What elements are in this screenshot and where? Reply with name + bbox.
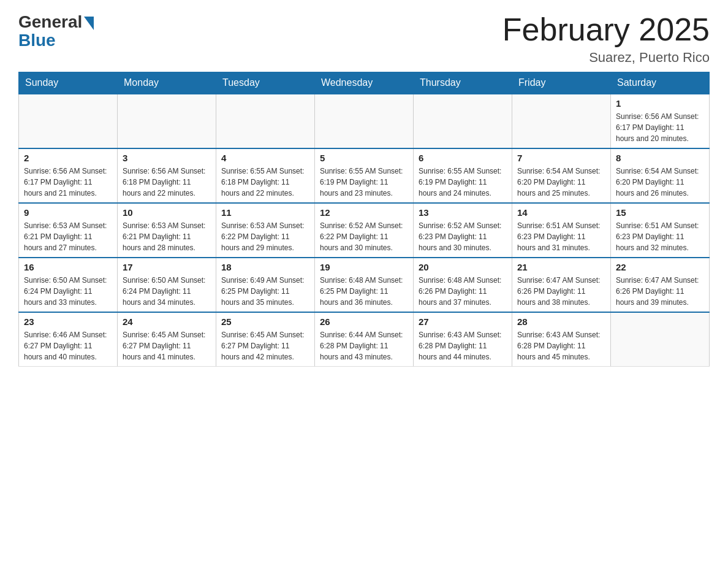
day-info: Sunrise: 6:49 AM Sunset: 6:25 PM Dayligh… [221,275,309,308]
calendar-week-row: 2Sunrise: 6:56 AM Sunset: 6:17 PM Daylig… [19,148,710,203]
day-info: Sunrise: 6:55 AM Sunset: 6:19 PM Dayligh… [320,166,408,199]
col-monday: Monday [118,72,216,94]
table-row: 22Sunrise: 6:47 AM Sunset: 6:26 PM Dayli… [611,258,710,312]
day-number: 17 [123,262,211,272]
day-number: 1 [616,98,704,109]
day-info: Sunrise: 6:46 AM Sunset: 6:27 PM Dayligh… [24,329,112,362]
col-saturday: Saturday [611,72,710,94]
table-row: 9Sunrise: 6:53 AM Sunset: 6:21 PM Daylig… [19,203,118,258]
table-row: 17Sunrise: 6:50 AM Sunset: 6:24 PM Dayli… [118,258,216,312]
logo-arrow-icon [84,17,94,30]
day-number: 5 [320,153,408,163]
table-row: 16Sunrise: 6:50 AM Sunset: 6:24 PM Dayli… [19,258,118,312]
day-number: 4 [221,153,309,163]
calendar-week-row: 23Sunrise: 6:46 AM Sunset: 6:27 PM Dayli… [19,312,710,367]
day-number: 28 [517,316,605,327]
day-number: 23 [24,316,112,327]
table-row: 3Sunrise: 6:56 AM Sunset: 6:18 PM Daylig… [118,148,216,203]
day-info: Sunrise: 6:45 AM Sunset: 6:27 PM Dayligh… [123,329,211,362]
table-row: 23Sunrise: 6:46 AM Sunset: 6:27 PM Dayli… [19,312,118,367]
table-row [611,312,710,367]
table-row: 15Sunrise: 6:51 AM Sunset: 6:23 PM Dayli… [611,203,710,258]
day-number: 13 [419,207,507,218]
day-number: 26 [320,316,408,327]
day-info: Sunrise: 6:47 AM Sunset: 6:26 PM Dayligh… [517,275,605,308]
col-sunday: Sunday [19,72,118,94]
day-info: Sunrise: 6:50 AM Sunset: 6:24 PM Dayligh… [123,275,211,308]
table-row: 27Sunrise: 6:43 AM Sunset: 6:28 PM Dayli… [414,312,512,367]
table-row: 28Sunrise: 6:43 AM Sunset: 6:28 PM Dayli… [512,312,611,367]
table-row [315,94,414,148]
day-number: 16 [24,262,112,272]
table-row [118,94,216,148]
table-row: 25Sunrise: 6:45 AM Sunset: 6:27 PM Dayli… [216,312,315,367]
logo-blue-text: Blue [18,31,56,50]
table-row: 4Sunrise: 6:55 AM Sunset: 6:18 PM Daylig… [216,148,315,203]
day-number: 3 [123,153,211,163]
day-info: Sunrise: 6:52 AM Sunset: 6:22 PM Dayligh… [320,220,408,253]
table-row: 7Sunrise: 6:54 AM Sunset: 6:20 PM Daylig… [512,148,611,203]
day-number: 6 [419,153,507,163]
table-row: 14Sunrise: 6:51 AM Sunset: 6:23 PM Dayli… [512,203,611,258]
day-number: 19 [320,262,408,272]
table-row: 11Sunrise: 6:53 AM Sunset: 6:22 PM Dayli… [216,203,315,258]
day-number: 14 [517,207,605,218]
col-tuesday: Tuesday [216,72,315,94]
day-info: Sunrise: 6:45 AM Sunset: 6:27 PM Dayligh… [221,329,309,362]
page-header: General Blue February 2025 Suarez, Puert… [18,12,710,66]
table-row: 18Sunrise: 6:49 AM Sunset: 6:25 PM Dayli… [216,258,315,312]
day-number: 21 [517,262,605,272]
day-info: Sunrise: 6:43 AM Sunset: 6:28 PM Dayligh… [517,329,605,362]
table-row: 1Sunrise: 6:56 AM Sunset: 6:17 PM Daylig… [611,94,710,148]
col-wednesday: Wednesday [315,72,414,94]
table-row: 12Sunrise: 6:52 AM Sunset: 6:22 PM Dayli… [315,203,414,258]
day-number: 2 [24,153,112,163]
calendar-table: Sunday Monday Tuesday Wednesday Thursday… [18,72,710,367]
day-number: 9 [24,207,112,218]
day-info: Sunrise: 6:53 AM Sunset: 6:21 PM Dayligh… [24,220,112,253]
logo: General Blue [18,12,94,50]
table-row: 10Sunrise: 6:53 AM Sunset: 6:21 PM Dayli… [118,203,216,258]
calendar-week-row: 1Sunrise: 6:56 AM Sunset: 6:17 PM Daylig… [19,94,710,148]
day-number: 24 [123,316,211,327]
table-row: 24Sunrise: 6:45 AM Sunset: 6:27 PM Dayli… [118,312,216,367]
table-row [216,94,315,148]
day-info: Sunrise: 6:43 AM Sunset: 6:28 PM Dayligh… [419,329,507,362]
col-friday: Friday [512,72,611,94]
day-info: Sunrise: 6:47 AM Sunset: 6:26 PM Dayligh… [616,275,704,308]
table-row: 5Sunrise: 6:55 AM Sunset: 6:19 PM Daylig… [315,148,414,203]
day-number: 22 [616,262,704,272]
day-info: Sunrise: 6:50 AM Sunset: 6:24 PM Dayligh… [24,275,112,308]
day-number: 18 [221,262,309,272]
location-subtitle: Suarez, Puerto Rico [502,50,710,66]
day-info: Sunrise: 6:53 AM Sunset: 6:22 PM Dayligh… [221,220,309,253]
day-info: Sunrise: 6:55 AM Sunset: 6:18 PM Dayligh… [221,166,309,199]
table-row: 2Sunrise: 6:56 AM Sunset: 6:17 PM Daylig… [19,148,118,203]
day-number: 20 [419,262,507,272]
table-row: 26Sunrise: 6:44 AM Sunset: 6:28 PM Dayli… [315,312,414,367]
table-row [19,94,118,148]
day-number: 8 [616,153,704,163]
calendar-week-row: 16Sunrise: 6:50 AM Sunset: 6:24 PM Dayli… [19,258,710,312]
table-row [414,94,512,148]
day-info: Sunrise: 6:55 AM Sunset: 6:19 PM Dayligh… [419,166,507,199]
table-row: 21Sunrise: 6:47 AM Sunset: 6:26 PM Dayli… [512,258,611,312]
table-row: 8Sunrise: 6:54 AM Sunset: 6:20 PM Daylig… [611,148,710,203]
day-info: Sunrise: 6:56 AM Sunset: 6:17 PM Dayligh… [24,166,112,199]
day-info: Sunrise: 6:44 AM Sunset: 6:28 PM Dayligh… [320,329,408,362]
day-info: Sunrise: 6:54 AM Sunset: 6:20 PM Dayligh… [517,166,605,199]
day-number: 15 [616,207,704,218]
day-number: 27 [419,316,507,327]
day-number: 7 [517,153,605,163]
day-number: 10 [123,207,211,218]
col-thursday: Thursday [414,72,512,94]
day-number: 12 [320,207,408,218]
day-info: Sunrise: 6:48 AM Sunset: 6:25 PM Dayligh… [320,275,408,308]
calendar-week-row: 9Sunrise: 6:53 AM Sunset: 6:21 PM Daylig… [19,203,710,258]
day-info: Sunrise: 6:51 AM Sunset: 6:23 PM Dayligh… [616,220,704,253]
day-info: Sunrise: 6:56 AM Sunset: 6:18 PM Dayligh… [123,166,211,199]
title-block: February 2025 Suarez, Puerto Rico [502,12,710,66]
day-number: 25 [221,316,309,327]
day-info: Sunrise: 6:52 AM Sunset: 6:23 PM Dayligh… [419,220,507,253]
logo-general-text: General [18,12,82,32]
